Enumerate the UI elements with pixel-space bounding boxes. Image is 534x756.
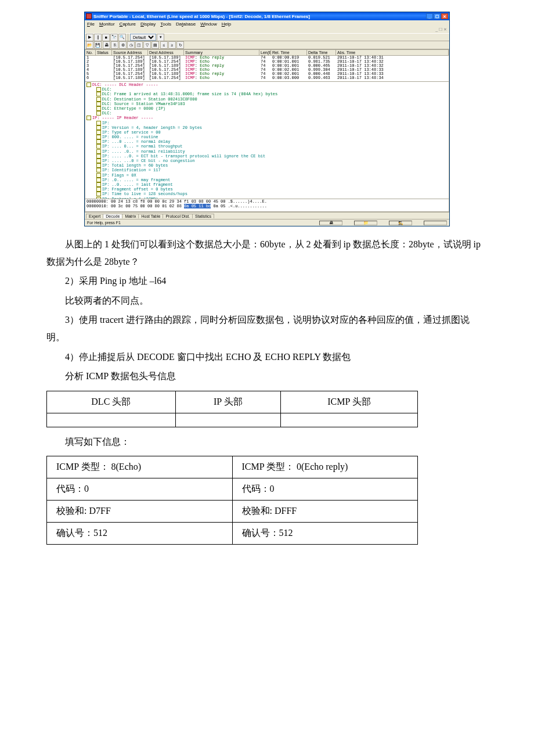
table-row[interactable]: 5[10.5.17.254][10.5.17.189]ICMP: Echo re… (85, 72, 449, 76)
table-cell: 确认号：512 (47, 523, 233, 545)
paragraph-6: 分析 ICMP 数据包头号信息 (46, 368, 488, 385)
dropdown-icon[interactable]: ▾ (157, 34, 164, 41)
chart-icon[interactable]: ◫ (135, 41, 143, 49)
paragraph-3: 比较两者的不同点。 (46, 292, 488, 309)
status-indicator-4 (424, 221, 447, 225)
headers-table-cell: IP 头部 (175, 391, 280, 413)
table-cell: 代码：0 (47, 478, 233, 501)
paragraph-2: 2）采用 Ping ip 地址 –l64 (46, 272, 488, 290)
tab-matrix[interactable]: Matrix (122, 214, 139, 218)
nav-first-icon[interactable]: ≤ (160, 41, 168, 49)
maximize-button[interactable]: ☐ (434, 13, 441, 19)
decode-tabs: Expert Decode Matrix Host Table Protocol… (85, 212, 449, 219)
menu-display[interactable]: Display (140, 21, 156, 27)
tab-host-table[interactable]: Host Table (138, 214, 163, 218)
hex-pane[interactable]: 00000000: 00 24 13 c8 f8 00 00 0c 29 34 … (85, 199, 449, 212)
table-cell: 确认号：512 (232, 523, 418, 545)
book-icon[interactable]: ▤ (151, 41, 159, 49)
save-icon[interactable]: 💾 (94, 41, 102, 49)
mdi-buttons[interactable]: _ ☐ ✕ (85, 27, 449, 33)
refresh-icon[interactable]: ↻ (176, 41, 184, 49)
menu-capture[interactable]: Capture (120, 21, 136, 27)
stop-icon[interactable]: ■ (102, 34, 110, 41)
tab-protocol-dist[interactable]: Protocol Dist. (163, 214, 193, 218)
tab-statistics[interactable]: Statistics (192, 214, 214, 218)
headers-table-cell: ICMP 头部 (281, 391, 418, 413)
status-indicator-3: 🕵 (389, 221, 412, 225)
paragraph-7: 填写如下信息： (46, 433, 488, 451)
table-cell: 校验和: D7FF (47, 501, 233, 523)
minimize-button[interactable]: _ (426, 13, 433, 19)
headers-table: DLC 头部 IP 头部 ICMP 头部 (46, 391, 418, 427)
menu-bar: FFileile Monitor Capture Display Tools D… (85, 20, 449, 27)
window-title: Sniffer Portable - Local, Ethernet (Line… (93, 14, 310, 19)
play-icon[interactable]: ▶ (86, 34, 93, 41)
tab-decode[interactable]: Decode (103, 214, 122, 218)
status-text: For Help, press F1 (87, 221, 121, 225)
table-cell: 校验和: DFFF (232, 501, 418, 523)
find-icon[interactable]: 🔍 (118, 34, 126, 41)
menu-file[interactable]: FFileile (87, 21, 95, 27)
clock-icon[interactable]: ◷ (127, 41, 135, 49)
sniffer-window: Sniffer Portable - Local, Ethernet (Line… (84, 12, 450, 226)
gear-icon[interactable]: ⚙ (119, 41, 127, 49)
table-row[interactable]: 6[10.5.17.189][10.5.17.254]ICMP: Echo740… (85, 76, 449, 80)
paragraph-1: 从图上的 1 处我们可以看到这个数据总大小是：60byte，从 2 处看到 ip… (46, 236, 488, 270)
app-icon (86, 13, 92, 19)
headers-table-cell: DLC 头部 (47, 391, 176, 413)
open-icon[interactable]: 📂 (86, 41, 93, 49)
table-row[interactable]: 4[10.5.17.189][10.5.17.254]ICMP: Echo740… (85, 68, 449, 72)
profile-select[interactable]: Default (130, 34, 156, 41)
table-cell: ICMP 类型： 0(Echo reply) (232, 456, 418, 478)
menu-monitor[interactable]: Monitor (99, 21, 115, 27)
status-indicator-2: 📁 (354, 221, 377, 225)
packet-list[interactable]: No. Status Source Address Dest Address S… (85, 49, 449, 82)
table-cell: ICMP 类型： 8(Echo) (47, 456, 233, 478)
close-button[interactable]: ✕ (441, 13, 448, 19)
table-cell: 代码：0 (232, 478, 418, 501)
tab-expert[interactable]: Expert (86, 214, 103, 218)
packet-list-header: No. Status Source Address Dest Address S… (85, 50, 449, 56)
paragraph-4: 3）使用 tracert 进行路由的跟踪，同时分析回应数据包，说明协议对应的各种… (46, 311, 488, 345)
table-row[interactable]: 1[10.5.17.254][10.5.17.189]ICMP: Echo re… (85, 56, 449, 60)
table-row[interactable]: 3[10.5.17.254][10.5.17.189]ICMP: Echo re… (85, 64, 449, 68)
nav-last-icon[interactable]: ≥ (168, 41, 176, 49)
binoculars-icon[interactable]: 🔭 (110, 34, 118, 41)
window-titlebar: Sniffer Portable - Local, Ethernet (Line… (85, 12, 449, 20)
echo-table: ICMP 类型： 8(Echo)ICMP 类型： 0(Echo reply) 代… (46, 456, 418, 545)
toolbar-main: ▶ ‖ ■ 🔭 🔍 Default ▾ (85, 33, 449, 41)
paragraph-5: 4）停止捕捉后从 DECODE 窗口中找出 ECHO 及 ECHO REPLY … (46, 348, 488, 366)
status-bar: For Help, press F1 🖶 📁 🕵 (85, 219, 449, 226)
table-row[interactable]: 2[10.5.17.189][10.5.17.254]ICMP: Echo740… (85, 60, 449, 64)
filter-icon[interactable]: ▽ (143, 41, 151, 49)
copy-icon[interactable]: ⎘ (111, 41, 118, 49)
print-icon[interactable]: 🖶 (103, 41, 110, 49)
menu-tools[interactable]: Tools (160, 21, 171, 27)
menu-help[interactable]: Help (222, 21, 231, 27)
menu-database[interactable]: Database (176, 21, 196, 27)
menu-window[interactable]: Window (200, 21, 217, 27)
decode-detail-pane[interactable]: DLC: ----- DLC Header ----- DLC: DLC: Fr… (85, 82, 449, 199)
status-indicator-1: 🖶 (319, 221, 342, 225)
pause-icon[interactable]: ‖ (94, 34, 102, 41)
toolbar-secondary: 📂 💾 🖶 ⎘ ⚙ ◷ ◫ ▽ ▤ ≤ ≥ ↻ (85, 41, 449, 49)
